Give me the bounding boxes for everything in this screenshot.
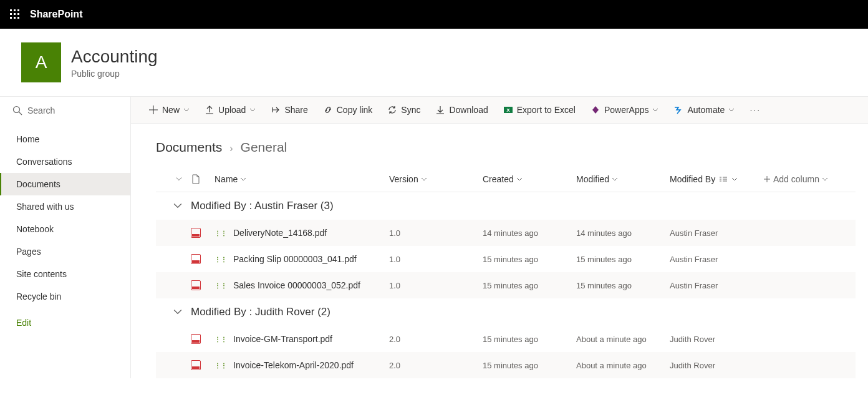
brand-label[interactable]: SharePoint [30,9,82,20]
cell-modified: About a minute ago [576,335,670,344]
share-button[interactable]: Share [264,97,314,123]
chevron-down-icon [176,176,182,182]
svg-text:X: X [506,107,510,113]
svg-rect-4 [14,13,16,15]
upload-button[interactable]: Upload [198,97,262,123]
link-icon [323,105,333,115]
cell-modified: About a minute ago [576,361,670,370]
new-badge-icon: ⋮⋮ [215,336,227,343]
breadcrumb-root[interactable]: Documents [156,140,222,155]
file-name[interactable]: Sales Invoice 00000003_052.pdf [233,280,360,290]
new-badge-icon: ⋮⋮ [215,362,227,369]
svg-point-9 [14,107,20,113]
powerapps-icon [591,105,600,115]
powerapps-button[interactable]: PowerApps [584,97,665,123]
cell-modified-by[interactable]: Judith Rover [670,361,763,370]
svg-line-10 [19,112,22,115]
breadcrumb-leaf: General [241,140,287,155]
chevron-down-icon [652,107,658,113]
cell-version: 1.0 [389,255,483,264]
command-bar: New Upload Share Copy link Sync [131,96,868,124]
pdf-icon [191,280,201,290]
svg-rect-3 [10,13,12,15]
flow-icon [673,105,683,115]
chevron-down-icon [822,176,828,182]
nav-edit[interactable]: Edit [0,311,130,334]
column-header-version[interactable]: Version [389,174,483,184]
svg-rect-2 [17,9,19,11]
site-title[interactable]: Accounting [71,46,158,67]
main-layout: Search Home Conversations Documents Shar… [0,96,868,378]
app-launcher-button[interactable] [5,4,25,24]
table-row[interactable]: ⋮⋮Invoice-GM-Transport.pdf 2.0 15 minute… [156,326,856,352]
site-logo[interactable]: A [21,42,61,82]
cell-modified-by[interactable]: Austin Fraser [670,228,763,238]
svg-rect-5 [17,13,19,15]
nav-pages[interactable]: Pages [0,240,130,263]
file-name[interactable]: DeliveryNote_14168.pdf [233,228,327,238]
column-header-name[interactable]: Name [215,174,389,184]
ellipsis-icon: ··· [750,105,761,115]
column-header-created[interactable]: Created [483,174,576,184]
site-header: A Accounting Public group [0,29,868,96]
new-badge-icon: ⋮⋮ [215,230,227,237]
cell-modified-by[interactable]: Austin Fraser [670,255,763,264]
add-column-button[interactable]: Add column [763,174,856,184]
cell-created: 15 minutes ago [483,361,576,370]
chevron-down-icon [183,107,190,113]
cell-version: 2.0 [389,361,483,370]
nav-site-contents[interactable]: Site contents [0,263,130,285]
svg-rect-0 [10,9,12,11]
sync-button[interactable]: Sync [381,97,427,123]
pdf-icon [191,228,201,238]
automate-button[interactable]: Automate [667,97,741,123]
nav-recycle-bin[interactable]: Recycle bin [0,285,130,308]
cell-created: 15 minutes ago [483,335,576,344]
new-badge-icon: ⋮⋮ [215,282,227,289]
column-header-type[interactable] [191,174,215,184]
download-button[interactable]: Download [429,97,494,123]
cell-modified-by[interactable]: Judith Rover [670,335,763,344]
search-input[interactable]: Search [0,97,130,124]
svg-rect-6 [10,17,12,19]
new-badge-icon: ⋮⋮ [215,256,227,263]
group-by-icon [719,176,728,182]
nav: Home Conversations Documents Shared with… [0,124,130,334]
column-header-modified-by[interactable]: Modified By [670,174,763,184]
export-button[interactable]: X Export to Excel [497,97,582,123]
group-header[interactable]: Modified By : Austin Fraser (3) [156,192,856,220]
file-name[interactable]: Invoice-Telekom-April-2020.pdf [233,360,354,370]
copylink-button[interactable]: Copy link [317,97,379,123]
cell-modified-by[interactable]: Austin Fraser [670,281,763,290]
nav-home[interactable]: Home [0,128,130,150]
chevron-down-icon [516,176,523,182]
more-button[interactable]: ··· [743,97,767,123]
nav-notebook[interactable]: Notebook [0,218,130,240]
group-header[interactable]: Modified By : Judith Rover (2) [156,298,856,326]
chevron-down-icon [728,107,735,113]
upload-icon [205,105,215,115]
cell-modified: 15 minutes ago [576,281,670,290]
column-header-row: Name Version Created Modified Modified B… [156,166,856,192]
breadcrumb: Documents › General [131,124,868,166]
file-name[interactable]: Invoice-GM-Transport.pdf [233,334,332,344]
chevron-down-icon [421,176,427,182]
svg-rect-7 [14,17,16,19]
nav-conversations[interactable]: Conversations [0,150,130,173]
pdf-icon [191,254,201,264]
file-name[interactable]: Packing Slip 00000003_041.pdf [233,254,357,264]
table-row[interactable]: ⋮⋮DeliveryNote_14168.pdf 1.0 14 minutes … [156,220,856,246]
column-header-modified[interactable]: Modified [576,174,670,184]
table-row[interactable]: ⋮⋮Sales Invoice 00000003_052.pdf 1.0 15 … [156,272,856,298]
excel-icon: X [503,105,513,115]
new-button[interactable]: New [142,97,196,123]
pdf-icon [191,334,201,344]
nav-documents[interactable]: Documents [0,173,130,195]
expand-all-toggle[interactable] [156,176,191,182]
content: New Upload Share Copy link Sync [131,96,868,378]
plus-icon [763,175,771,183]
sidebar: Search Home Conversations Documents Shar… [0,96,131,378]
table-row[interactable]: ⋮⋮Invoice-Telekom-April-2020.pdf 2.0 15 … [156,352,856,378]
table-row[interactable]: ⋮⋮Packing Slip 00000003_041.pdf 1.0 15 m… [156,246,856,272]
nav-shared[interactable]: Shared with us [0,195,130,218]
